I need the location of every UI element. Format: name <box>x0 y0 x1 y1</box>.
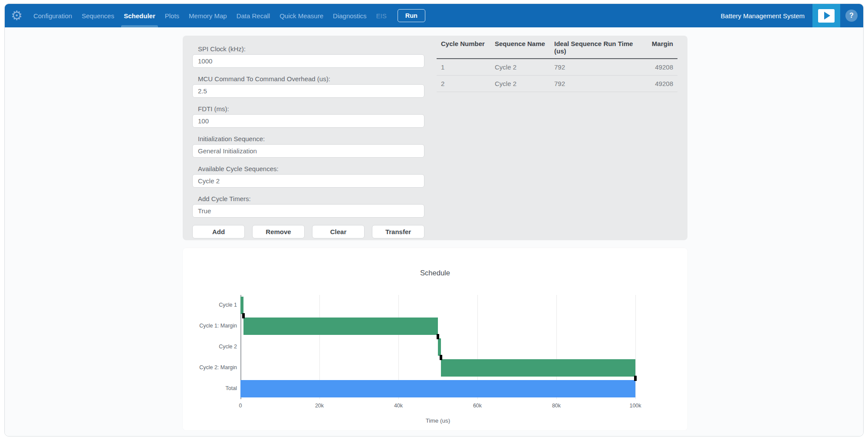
run-button[interactable]: Run <box>398 9 425 22</box>
chart-x-axis-label: Time (us) <box>426 417 450 424</box>
nav-item-label: Sequences <box>82 12 114 20</box>
cell-margin: 49208 <box>646 63 673 71</box>
chart-y-label: Total <box>183 385 237 391</box>
clear-button[interactable]: Clear <box>312 225 365 238</box>
chart-connector <box>634 376 637 381</box>
cell-sequence-name: Cycle 2 <box>495 80 554 87</box>
help-icon[interactable]: ? <box>845 10 858 22</box>
top-nav: ⚙ Configuration Sequences Scheduler Plot… <box>5 4 863 27</box>
nav-item-label: EIS <box>376 12 387 20</box>
available-cycle-sequences-input[interactable] <box>192 174 424 188</box>
nav-item-quick-measure[interactable]: Quick Measure <box>275 4 328 27</box>
chart-connector <box>440 355 442 360</box>
chart-x-tick: 60k <box>473 403 482 409</box>
available-cycle-sequences-label: Available Cycle Sequences: <box>198 165 279 172</box>
spi-clock-input[interactable] <box>192 54 424 68</box>
add-cycle-timers-label: Add Cycle Timers: <box>198 195 251 202</box>
chart-bar-cycle-2-margin <box>441 359 635 377</box>
chart-gridline <box>635 295 636 399</box>
cycles-table: Cycle Number Sequence Name Ideal Sequenc… <box>437 36 677 92</box>
spi-clock-label: SPI Clock (kHz): <box>198 45 246 53</box>
cell-margin: 49208 <box>646 80 673 87</box>
chart-bar-cycle-1-margin <box>243 318 438 335</box>
col-header-sequence-name: Sequence Name <box>495 40 554 55</box>
cell-ideal-run-time: 792 <box>554 80 646 87</box>
chart-y-label: Cycle 1 <box>183 302 237 308</box>
nav-item-data-recall[interactable]: Data Recall <box>232 4 275 27</box>
chart-x-tick: 20k <box>315 403 324 409</box>
add-cycle-timers-input[interactable] <box>192 204 424 218</box>
nav-item-label: Plots <box>165 12 179 20</box>
col-header-cycle-number: Cycle Number <box>441 40 495 55</box>
init-sequence-input[interactable] <box>192 144 424 158</box>
chart-y-label: Cycle 1: Margin <box>183 323 237 329</box>
nav-item-label: Quick Measure <box>279 12 323 20</box>
chart-x-tick: 40k <box>394 403 403 409</box>
schedule-chart-card: Schedule Cycle 1Cycle 1: MarginCycle 2Cy… <box>183 248 687 430</box>
col-header-ideal-run-time: Ideal Sequence Run Time (us) <box>554 40 646 55</box>
nav-item-label: Diagnostics <box>333 12 367 20</box>
nav-item-label: Configuration <box>33 12 72 20</box>
remove-button[interactable]: Remove <box>252 225 305 238</box>
transfer-button[interactable]: Transfer <box>372 225 424 238</box>
nav-item-memory-map[interactable]: Memory Map <box>184 4 232 27</box>
chart-bar-cycle-1 <box>240 297 243 314</box>
nav-item-scheduler[interactable]: Scheduler <box>119 4 160 27</box>
nav-item-configuration[interactable]: Configuration <box>29 4 77 27</box>
chart-y-label: Cycle 2: Margin <box>183 364 237 371</box>
add-button[interactable]: Add <box>192 225 245 238</box>
chart-bar-total <box>240 380 635 397</box>
chart-x-tick: 0 <box>239 403 242 409</box>
chart-connector <box>437 334 439 339</box>
cycles-table-header: Cycle Number Sequence Name Ideal Sequenc… <box>437 36 677 59</box>
cell-cycle-number: 2 <box>441 80 495 87</box>
nav-item-plots[interactable]: Plots <box>160 4 184 27</box>
play-triangle-icon <box>824 12 830 20</box>
nav-right-group: Battery Management System ? <box>721 4 863 27</box>
nav-item-label: Data Recall <box>237 12 270 20</box>
mcu-overhead-label: MCU Command To Command Overhead (us): <box>198 75 330 83</box>
cell-cycle-number: 1 <box>441 63 495 71</box>
main-content: SPI Clock (kHz): MCU Command To Command … <box>5 27 863 437</box>
play-button[interactable] <box>812 4 840 27</box>
chart-x-tick: 100k <box>629 403 641 409</box>
app-window: ⚙ Configuration Sequences Scheduler Plot… <box>4 3 864 437</box>
cell-ideal-run-time: 792 <box>554 63 646 71</box>
table-row[interactable]: 1 Cycle 2 792 49208 <box>437 59 677 76</box>
mcu-overhead-input[interactable] <box>192 84 424 98</box>
nav-item-label: Memory Map <box>189 12 227 20</box>
chart-x-tick: 80k <box>552 403 561 409</box>
scheduler-settings-panel: SPI Clock (kHz): MCU Command To Command … <box>183 36 687 240</box>
col-header-margin: Margin <box>646 40 673 55</box>
chart-y-label: Cycle 2 <box>183 344 237 350</box>
nav-item-label: Scheduler <box>124 12 155 20</box>
chart-connector <box>242 313 245 318</box>
table-row[interactable]: 2 Cycle 2 792 49208 <box>437 76 677 92</box>
fdti-label: FDTI (ms): <box>198 105 229 112</box>
nav-item-eis: EIS <box>372 4 391 27</box>
cell-sequence-name: Cycle 2 <box>495 63 554 71</box>
gear-icon[interactable]: ⚙ <box>11 9 23 22</box>
schedule-chart: Cycle 1Cycle 1: MarginCycle 2Cycle 2: Ma… <box>183 248 687 430</box>
nav-item-sequences[interactable]: Sequences <box>77 4 119 27</box>
fdti-input[interactable] <box>192 114 424 128</box>
nav-item-diagnostics[interactable]: Diagnostics <box>328 4 372 27</box>
play-icon <box>818 9 835 23</box>
chart-bar-cycle-2 <box>438 338 441 356</box>
app-title: Battery Management System <box>721 12 805 20</box>
init-sequence-label: Initialization Sequence: <box>198 135 265 142</box>
